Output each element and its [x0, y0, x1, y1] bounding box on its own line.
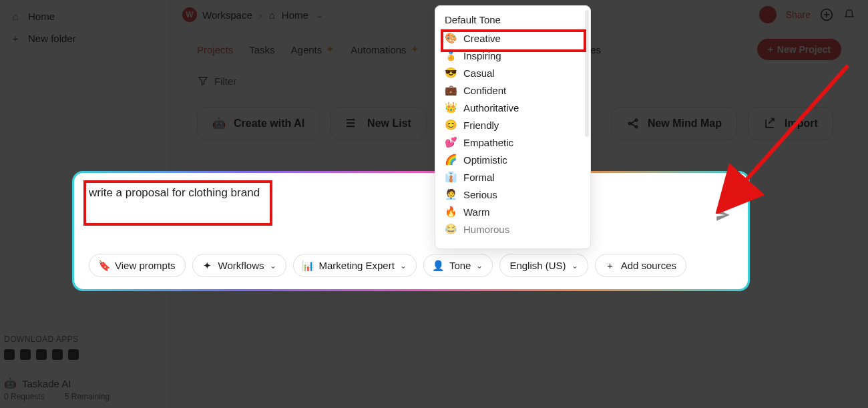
add-sources-label: Add sources [621, 260, 676, 271]
view-prompts-label: View prompts [115, 260, 176, 271]
chevron-down-icon: ⌄ [476, 261, 483, 270]
bookmark-icon: 🔖 [99, 260, 110, 271]
tone-label: Friendly [463, 120, 499, 131]
language-chip[interactable]: English (US) ⌄ [499, 254, 588, 277]
tone-item-serious[interactable]: 🧑‍💼Serious [435, 186, 590, 203]
crown-icon: 👑 [445, 101, 457, 114]
chart-icon: 📊 [303, 260, 314, 271]
rainbow-icon: 🌈 [445, 154, 457, 166]
language-label: English (US) [509, 260, 566, 271]
tone-label: Empathetic [463, 137, 513, 148]
chevron-down-icon: ⌄ [400, 261, 407, 270]
prompt-input[interactable]: write a proposal for clothing brand [89, 186, 260, 200]
chevron-down-icon: ⌄ [572, 261, 578, 270]
ai-prompt-panel: write a proposal for clothing brand 🔖 Vi… [72, 171, 750, 291]
tone-label: Tone [449, 260, 471, 271]
workflows-chip[interactable]: ✦ Workflows ⌄ [192, 254, 286, 277]
send-button[interactable] [714, 206, 732, 226]
tone-label: Warm [463, 206, 489, 218]
prompt-chips: 🔖 View prompts ✦ Workflows ⌄ 📊 Marketing… [74, 254, 748, 289]
plus-icon: + [605, 260, 616, 271]
tone-label: Optimistic [463, 154, 507, 166]
view-prompts-chip[interactable]: 🔖 View prompts [89, 254, 186, 277]
tone-label: Creative [463, 33, 501, 44]
tone-item-confident[interactable]: 💼Confident [435, 81, 590, 99]
workflows-label: Workflows [218, 260, 264, 271]
tone-item-inspiring[interactable]: 🏅Inspiring [435, 47, 590, 64]
tone-item-authoritative[interactable]: 👑Authoritative [435, 99, 590, 116]
smile-icon: 😊 [445, 119, 457, 131]
necktie-icon: 👔 [445, 171, 457, 183]
tone-item-optimistic[interactable]: 🌈Optimistic [435, 151, 590, 168]
tone-dropdown-header: Default Tone [435, 10, 590, 29]
send-icon [714, 206, 732, 224]
tone-chip[interactable]: 👤 Tone ⌄ [423, 254, 493, 277]
tone-item-humorous[interactable]: 😂Humorous [435, 220, 590, 238]
tone-item-warm[interactable]: 🔥Warm [435, 203, 590, 220]
tone-label: Inspiring [463, 50, 501, 61]
tone-item-creative[interactable]: 🎨Creative [435, 29, 590, 47]
chevron-down-icon: ⌄ [270, 261, 276, 270]
tone-label: Formal [463, 172, 495, 183]
sunglasses-icon: 😎 [445, 67, 457, 79]
add-sources-chip[interactable]: + Add sources [595, 254, 686, 277]
palette-icon: 🎨 [445, 32, 457, 44]
scrollbar[interactable] [585, 10, 589, 137]
tone-label: Authoritative [463, 102, 519, 114]
tone-item-empathetic[interactable]: 💕Empathetic [435, 134, 590, 151]
tone-item-formal[interactable]: 👔Formal [435, 168, 590, 186]
persona-chip[interactable]: 📊 Marketing Expert ⌄ [293, 254, 417, 277]
laugh-icon: 😂 [445, 223, 457, 235]
fire-icon: 🔥 [445, 206, 457, 218]
suit-icon: 🧑‍💼 [445, 188, 457, 200]
tone-dropdown: Default Tone 🎨Creative 🏅Inspiring 😎Casua… [435, 5, 591, 249]
tone-item-casual[interactable]: 😎Casual [435, 64, 590, 81]
briefcase-icon: 💼 [445, 84, 457, 96]
persona-label: Marketing Expert [319, 260, 395, 271]
sparkles-icon: ✦ [202, 260, 213, 271]
medal-icon: 🏅 [445, 49, 457, 61]
tone-label: Humorous [463, 224, 509, 235]
tone-label: Confident [463, 85, 506, 96]
tone-item-friendly[interactable]: 😊Friendly [435, 116, 590, 134]
tone-label: Serious [463, 189, 497, 200]
tone-label: Casual [463, 67, 495, 79]
hearts-icon: 💕 [445, 136, 457, 148]
person-icon: 👤 [433, 260, 444, 271]
